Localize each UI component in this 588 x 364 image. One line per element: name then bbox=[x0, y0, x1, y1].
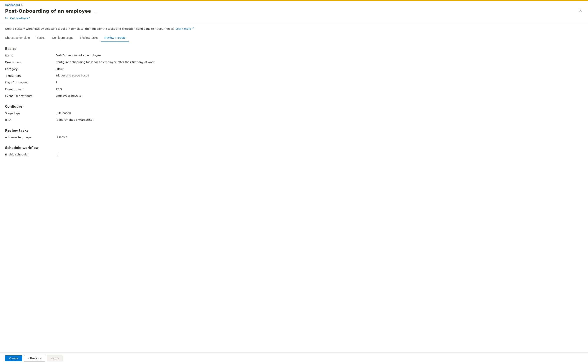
header: Dashboard > Post-Onboarding of an employ… bbox=[0, 1, 588, 14]
previous-button[interactable]: < Previous bbox=[24, 355, 45, 362]
field-value-scope-type: Rule based bbox=[56, 111, 583, 115]
tab-choose-template[interactable]: Choose a template bbox=[5, 34, 33, 42]
ellipsis-button[interactable]: ... bbox=[93, 8, 99, 14]
configure-section-title: Configure bbox=[5, 105, 583, 109]
review-tasks-section-title: Review tasks bbox=[5, 129, 583, 132]
field-row-trigger-type: Trigger type Trigger and scope based bbox=[5, 74, 583, 78]
field-label-scope-type: Scope type bbox=[5, 111, 56, 115]
field-value-category: Joiner bbox=[56, 67, 583, 70]
field-value-event-user-attribute: employeeHireDate bbox=[56, 94, 583, 97]
field-label-description: Description bbox=[5, 60, 56, 64]
page-container: Dashboard > Post-Onboarding of an employ… bbox=[0, 1, 588, 364]
field-label-enable-schedule: Enable schedule bbox=[5, 153, 56, 156]
tab-review-tasks[interactable]: Review tasks bbox=[77, 34, 101, 42]
learn-more-link[interactable]: Learn more ↗ bbox=[176, 27, 194, 30]
tabs-container: Choose a template Basics Configure scope… bbox=[0, 34, 588, 42]
tab-review-create[interactable]: Review + create bbox=[101, 34, 129, 42]
page-title: Post-Onboarding of an employee bbox=[5, 8, 91, 14]
field-row-rule: Rule (department eq 'Marketing') bbox=[5, 118, 583, 123]
basics-section: Basics Name Post-Onboarding of an employ… bbox=[5, 47, 583, 99]
next-button: Next > bbox=[47, 355, 63, 362]
external-link-icon: ↗ bbox=[191, 26, 194, 29]
field-row-days-from-event: Days from event 7 bbox=[5, 81, 583, 85]
field-value-trigger-type: Trigger and scope based bbox=[56, 74, 583, 77]
field-label-days-from-event: Days from event bbox=[5, 81, 56, 84]
field-label-event-user-attribute: Event user attribute bbox=[5, 94, 56, 98]
footer: Create < Previous Next > bbox=[0, 352, 588, 364]
feedback-icon: 🗨 bbox=[5, 16, 8, 20]
enable-schedule-checkbox-wrapper[interactable] bbox=[56, 153, 583, 156]
field-row-event-user-attribute: Event user attribute employeeHireDate bbox=[5, 94, 583, 99]
feedback-row[interactable]: 🗨 Got feedback? bbox=[0, 14, 588, 20]
field-label-rule: Rule bbox=[5, 118, 56, 122]
breadcrumb-dashboard[interactable]: Dashboard bbox=[5, 3, 20, 6]
field-label-category: Category bbox=[5, 67, 56, 71]
configure-section: Configure Scope type Rule based Rule (de… bbox=[5, 105, 583, 123]
title-row: Post-Onboarding of an employee ... ✕ bbox=[5, 8, 583, 14]
feedback-label: Got feedback? bbox=[10, 17, 30, 20]
tab-configure-scope[interactable]: Configure scope bbox=[49, 34, 77, 42]
field-row-description: Description Configure onboarding tasks f… bbox=[5, 60, 583, 65]
review-tasks-section: Review tasks Add user to groups Disabled bbox=[5, 129, 583, 140]
breadcrumb: Dashboard > bbox=[5, 3, 583, 6]
field-row-event-timing: Event timing After bbox=[5, 87, 583, 92]
schedule-workflow-section: Schedule workflow Enable schedule bbox=[5, 146, 583, 157]
create-button[interactable]: Create bbox=[5, 355, 22, 361]
info-text: Create custom workflows by selecting a b… bbox=[5, 27, 175, 30]
basics-section-title: Basics bbox=[5, 47, 583, 51]
enable-schedule-checkbox[interactable] bbox=[56, 153, 59, 156]
field-row-add-user-to-groups: Add user to groups Disabled bbox=[5, 136, 583, 140]
learn-more-label: Learn more bbox=[176, 27, 191, 30]
field-value-add-user-to-groups: Disabled bbox=[56, 136, 583, 139]
close-button[interactable]: ✕ bbox=[578, 8, 583, 14]
field-row-scope-type: Scope type Rule based bbox=[5, 111, 583, 116]
field-label-add-user-to-groups: Add user to groups bbox=[5, 136, 56, 139]
field-value-description: Configure onboarding tasks for an employ… bbox=[56, 60, 583, 64]
breadcrumb-separator: > bbox=[21, 4, 23, 6]
info-text-container: Create custom workflows by selecting a b… bbox=[0, 23, 588, 34]
field-label-name: Name bbox=[5, 54, 56, 57]
field-value-event-timing: After bbox=[56, 87, 583, 91]
schedule-workflow-section-title: Schedule workflow bbox=[5, 146, 583, 150]
field-row-name: Name Post-Onboarding of an employee bbox=[5, 54, 583, 58]
field-row-category: Category Joiner bbox=[5, 67, 583, 72]
field-value-name: Post-Onboarding of an employee bbox=[56, 54, 583, 57]
field-value-days-from-event: 7 bbox=[56, 81, 583, 84]
field-label-event-timing: Event timing bbox=[5, 87, 56, 91]
title-left: Post-Onboarding of an employee ... bbox=[5, 8, 99, 14]
field-label-trigger-type: Trigger type bbox=[5, 74, 56, 77]
field-row-enable-schedule: Enable schedule bbox=[5, 153, 583, 157]
main-content: Basics Name Post-Onboarding of an employ… bbox=[0, 42, 588, 352]
tab-basics[interactable]: Basics bbox=[33, 34, 49, 42]
field-value-rule: (department eq 'Marketing') bbox=[56, 118, 583, 121]
